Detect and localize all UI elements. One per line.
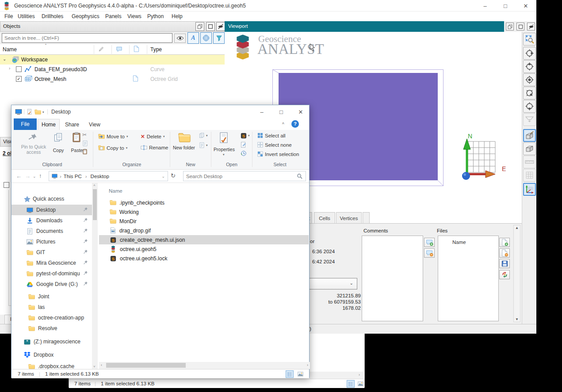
properties-button[interactable]: Properties [210, 147, 238, 152]
pin-to-quick-access-button[interactable]: Pin to Quick access [18, 144, 50, 155]
file-row-create-octree-mesh-selected[interactable]: create_octree_mesh.ui.json [99, 235, 309, 244]
zoom-extents-button[interactable] [523, 33, 536, 46]
dropdown-icon[interactable]: ▾ [248, 134, 250, 137]
menu-utilities[interactable]: Utilities [18, 13, 35, 19]
paste-shortcut-icon[interactable] [82, 148, 88, 155]
remove-file-button[interactable] [499, 248, 510, 258]
tab-share[interactable]: Share [61, 119, 84, 130]
app-maximize-button[interactable]: □ [497, 0, 514, 11]
invert-selection-button[interactable]: Invert selection [257, 151, 299, 157]
chevron-right-icon[interactable]: › [9, 66, 10, 71]
file-list-name-header[interactable]: Name [109, 188, 122, 194]
files-horizontal-scrollbar[interactable]: ‹ › [99, 362, 310, 369]
viewport-float-button[interactable] [506, 23, 514, 30]
tab-vertices[interactable]: Vertices [336, 212, 362, 224]
visibility-checkbox-unchecked[interactable] [16, 66, 22, 72]
float-panel-button[interactable] [195, 22, 204, 31]
menu-panels[interactable]: Panels [105, 13, 122, 19]
collapse-ribbon-icon[interactable]: ^ [282, 122, 284, 127]
sidebar-item-octree-creation-app[interactable]: octree-creation-app [11, 312, 92, 323]
delete-button[interactable]: ✕ Delete▾ [141, 133, 164, 140]
copy-to-button[interactable]: Copy to▾ [98, 145, 127, 151]
explorer-titlebar[interactable]: | ▾ | Desktop – □ ✕ [11, 105, 309, 118]
dropdown-icon[interactable]: ▾ [206, 144, 208, 147]
tree-item-label[interactable]: Data_FEM_pseudo3D [34, 66, 87, 72]
report-file-icon[interactable] [133, 75, 138, 82]
sidebar-item-resolve[interactable]: Resolve [11, 323, 92, 334]
view-south-button[interactable] [523, 100, 536, 113]
dropdown-icon[interactable]: ▾ [206, 134, 208, 137]
sidebar-item-dropbox[interactable]: Dropbox [11, 350, 92, 360]
crumb-desktop[interactable]: Desktop [91, 174, 109, 179]
sidebar-item-google-drive[interactable]: Google Drive (G:) [11, 279, 92, 289]
scroll-down-icon[interactable]: ▼ [515, 317, 519, 321]
scroll-up-icon[interactable]: ▲ [515, 226, 519, 230]
mesh-filter-button[interactable] [200, 32, 212, 44]
new-item-icon[interactable] [199, 133, 205, 138]
sidebar-item-downloads[interactable]: Downloads [11, 215, 92, 226]
grid-toggle-button[interactable] [523, 169, 536, 182]
tree-item-label[interactable]: Workspace [21, 57, 48, 63]
select-all-button[interactable]: Select all [257, 133, 286, 138]
scrollbar-thumb[interactable] [93, 189, 97, 220]
tree-row-octree-mesh[interactable]: ✓ Octree_Mesh Octree Grid [0, 74, 225, 84]
forward-icon[interactable]: → [25, 173, 31, 179]
file-row-working[interactable]: Working [99, 207, 309, 217]
orthographic-view-button[interactable] [523, 142, 536, 155]
breadcrumb[interactable]: › This PC › Desktop ⌄ [49, 171, 168, 181]
menu-views[interactable]: Views [127, 13, 141, 19]
thumbnail-view-button[interactable] [356, 380, 364, 388]
move-to-button[interactable]: Move to▾ [98, 133, 128, 139]
tree-row-workspace[interactable]: ⌄ Workspace [0, 55, 225, 65]
copy-button[interactable]: Copy [48, 148, 69, 153]
viewport-maximize-button[interactable] [516, 23, 524, 30]
tab-home[interactable]: Home [38, 119, 60, 130]
comments-box[interactable] [362, 236, 423, 321]
menu-geophysics[interactable]: Geophysics [72, 13, 99, 19]
column-type[interactable]: Type [150, 46, 162, 53]
sidebar-item-documents[interactable]: Documents [11, 226, 92, 236]
copy-path-icon[interactable] [82, 141, 88, 146]
sidebar-item-mira-geoscience[interactable]: Mira Geoscience [11, 258, 92, 268]
file-row-ipynb-checkpoints[interactable]: .ipynb_checkpoints [99, 198, 309, 207]
app-minimize-button[interactable]: – [477, 0, 493, 11]
menu-help[interactable]: Help [172, 13, 183, 19]
files-box[interactable]: Name [438, 236, 499, 321]
explorer-close-button[interactable]: ✕ [292, 105, 309, 118]
thumbnail-view-button[interactable] [296, 370, 304, 378]
details-view-button[interactable] [286, 370, 294, 378]
sidebar-item-joint[interactable]: Joint [11, 291, 92, 302]
viewport-header[interactable]: Viewport [225, 21, 504, 32]
scroll-right-icon[interactable]: › [307, 363, 308, 367]
view-rotate-cw-button[interactable] [523, 87, 536, 99]
maximize-panel-button[interactable] [206, 22, 215, 31]
up-icon[interactable]: ↑ [39, 172, 42, 179]
quick-access-folder-icon[interactable] [34, 109, 41, 115]
view-north-button[interactable] [523, 60, 536, 73]
explorer-search-input[interactable] [186, 174, 292, 179]
menu-file[interactable]: File [4, 13, 13, 19]
properties-scrollbar[interactable]: ▲ ▼ [513, 225, 520, 322]
new-folder-button[interactable]: New folder [172, 145, 196, 150]
tree-row-data-fem[interactable]: › Data_FEM_pseudo3D Curve [0, 65, 225, 74]
annotation-filter-button[interactable]: A [187, 32, 199, 44]
tree-item-label[interactable]: Octree_Mesh [34, 76, 66, 82]
column-name[interactable]: Name [3, 46, 17, 53]
history-icon[interactable] [241, 150, 247, 156]
scrollbar-thumb[interactable] [106, 363, 186, 368]
remove-comment-button[interactable] [424, 248, 435, 258]
search-input[interactable] [2, 33, 172, 43]
recent-dropdown-icon[interactable]: ⌄ [33, 174, 36, 179]
files-name-header[interactable]: Name [452, 240, 466, 245]
cut-icon[interactable]: ✂ [82, 132, 87, 138]
search-box[interactable] [183, 171, 306, 181]
rename-button[interactable]: Rename [141, 145, 168, 150]
axes-toggle-button[interactable] [523, 183, 536, 196]
add-comment-button[interactable] [424, 238, 435, 247]
scroll-up-icon[interactable]: ˄ [93, 183, 96, 187]
tab-stub[interactable] [363, 212, 370, 224]
visibility-toggle-button[interactable] [174, 34, 186, 43]
file-row-octree-ui-geoh5-lock[interactable]: octree.ui.geoh5.lock [99, 254, 309, 263]
details-view-button[interactable] [347, 380, 355, 388]
select-none-button[interactable]: Select none [257, 142, 292, 148]
